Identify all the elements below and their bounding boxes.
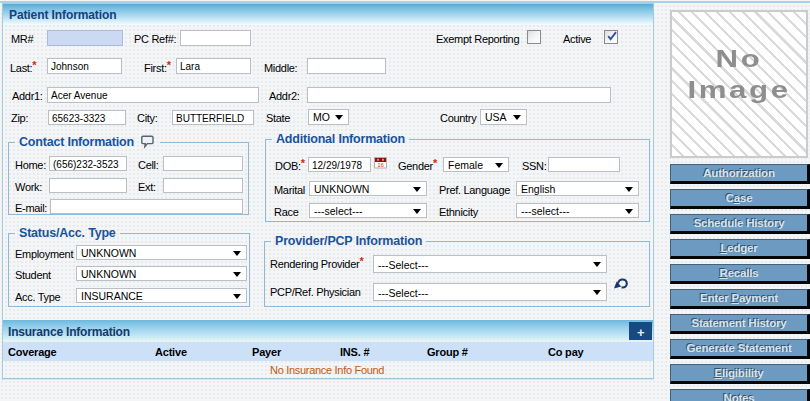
svg-text:16: 16: [377, 162, 384, 168]
